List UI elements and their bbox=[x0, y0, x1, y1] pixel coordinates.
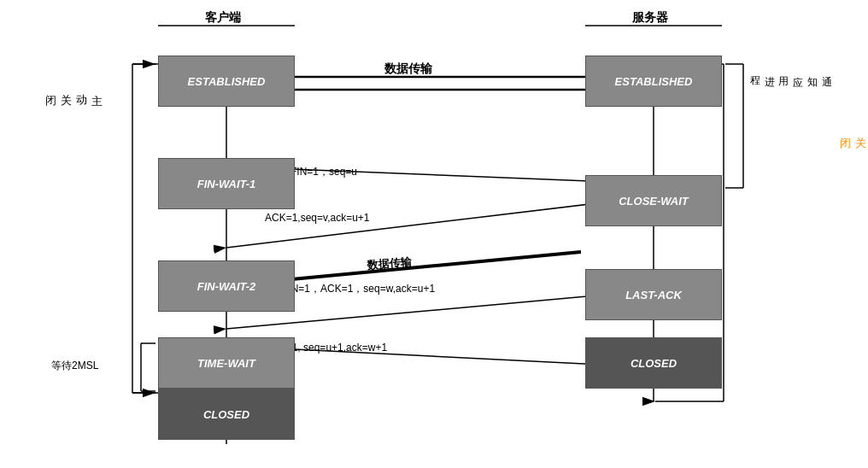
fin2-label: FIN=1，ACK=1，seq=w,ack=u+1 bbox=[282, 282, 435, 296]
server-established: ESTABLISHED bbox=[585, 56, 722, 107]
arrows-svg bbox=[0, 0, 868, 468]
ack1-label: ACK=1,seq=v,ack=u+1 bbox=[265, 212, 370, 224]
server-last-ack: LAST-ACK bbox=[585, 269, 722, 320]
server-closed: CLOSED bbox=[585, 337, 722, 389]
data-transfer-top-label: 数据传输 bbox=[384, 61, 432, 77]
client-fin-wait-2: FIN-WAIT-2 bbox=[158, 260, 295, 312]
svg-line-10 bbox=[265, 252, 581, 282]
fin1-label: FIN=1，seq=u bbox=[290, 165, 357, 179]
server-close-wait: CLOSE-WAIT bbox=[585, 175, 722, 226]
data-transfer-mid-label: 数据传输 bbox=[367, 254, 412, 273]
client-time-wait: TIME-WAIT bbox=[158, 337, 295, 389]
client-fin-wait-1: FIN-WAIT-1 bbox=[158, 158, 295, 209]
client-closed: CLOSED bbox=[158, 389, 295, 440]
wait-2msl-label: 等待2MSL bbox=[51, 359, 98, 373]
client-established: ESTABLISHED bbox=[158, 56, 295, 107]
client-label: 客户端 bbox=[205, 10, 241, 26]
server-label: 服务器 bbox=[632, 10, 668, 26]
tcp-diagram: 客户端 服务器 主动关闭 被动关闭 通知应用进程 等待2MSL 数据传输 FIN… bbox=[0, 0, 868, 468]
